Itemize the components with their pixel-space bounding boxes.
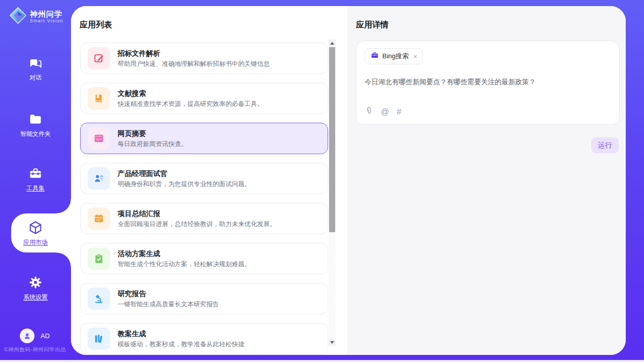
cube-icon: [0, 220, 71, 236]
toolbox-icon: [0, 165, 71, 182]
app-list-panel: 应用列表 招标文件解析 帮助用户快速、准确地理解和解析招标书中的关键信息 文献搜…: [71, 6, 347, 355]
run-button[interactable]: 运行: [591, 137, 619, 153]
app-icon-tile: [88, 328, 110, 350]
prompt-input[interactable]: Bing搜索 × 今日湖北有哪些新闻要点？有哪些需要关注的最新政策？ @ #: [356, 41, 620, 125]
app-name: 神州问学: [30, 10, 63, 18]
app-card-desc: 快速精准查找学术资源，提高研究效率的必备工具。: [118, 100, 264, 108]
tool-chip-label: Bing搜索: [382, 52, 409, 61]
app-details-title: 应用详情: [356, 20, 388, 30]
app-card-title: 活动方案生成: [118, 249, 251, 259]
app-icon-tile: [88, 47, 110, 69]
scroll-down-button[interactable]: [329, 339, 336, 346]
app-card[interactable]: </> 网页摘要 每日政府新闻资讯快查。: [80, 123, 328, 154]
app-logo: 神州问学 Smart Vision: [9, 7, 63, 26]
app-card-desc: 明确身份和职责，为您提供专业性的面试问题。: [118, 180, 251, 189]
paperclip-icon[interactable]: [365, 106, 373, 117]
svg-text:</>: </>: [96, 137, 102, 141]
app-subtitle: Smart Vision: [30, 18, 63, 23]
tool-chip-bing-search[interactable]: Bing搜索 ×: [365, 48, 423, 64]
bottom-edge-strip: [0, 360, 644, 362]
app-card-title: 产品经理面试官: [118, 169, 251, 178]
app-card[interactable]: 研究报告 一键智能生成高质量长文本研究报告: [80, 283, 328, 314]
logo-diamond-icon: [9, 7, 27, 26]
scroll-up-button[interactable]: [329, 40, 336, 47]
folder-icon: [0, 111, 71, 127]
sidebar: 神州问学 Smart Vision 对话 智能文件夹: [0, 0, 71, 360]
app-details-panel: 应用详情 Bing搜索 × 今日湖北有哪些新闻要点？有哪些需要关注的最新政策？: [347, 6, 626, 355]
app-card[interactable]: 招标文件解析 帮助用户快速、准确地理解和解析招标书中的关键信息: [80, 43, 328, 74]
app-list-title: 应用列表: [80, 20, 112, 30]
app-card[interactable]: 文献搜索 快速精准查找学术资源，提高研究效率的必备工具。: [80, 83, 328, 114]
app-card[interactable]: 项目总结汇报 全面回顾项目进展，总结经验教训，助力未来优化发展。: [80, 203, 328, 234]
sidebar-item-label: 对话: [0, 74, 71, 82]
prompt-text: 今日湖北有哪些新闻要点？有哪些需要关注的最新政策？: [365, 77, 611, 87]
app-card-desc: 智能生成个性化活动方案，轻松解决规划难题。: [118, 260, 251, 269]
attachment-toolbar: @ #: [365, 106, 401, 117]
app-icon-tile: [88, 247, 110, 270]
app-card-desc: 全面回顾项目进展，总结经验教训，助力未来优化发展。: [118, 220, 276, 229]
user-initials: AD: [41, 332, 50, 340]
sidebar-item-chat[interactable]: 对话: [0, 55, 71, 82]
sidebar-item-toolset[interactable]: 工具集: [0, 165, 71, 193]
user-account-button[interactable]: AD: [20, 329, 50, 343]
app-card-desc: 模板驱动，教案秒成，教学准备从此轻松快捷: [118, 340, 244, 349]
app-icon-tile: [88, 87, 110, 110]
app-list-scrollbar[interactable]: [329, 40, 336, 346]
app-icon-tile: [88, 207, 110, 230]
sidebar-item-label: 工具集: [0, 184, 71, 193]
sidebar-item-settings[interactable]: 系统设置: [0, 274, 71, 302]
mention-icon[interactable]: @: [381, 107, 389, 117]
sidebar-item-label: 智能文件夹: [0, 130, 71, 138]
hashtag-icon[interactable]: #: [397, 107, 401, 117]
app-card-list: 招标文件解析 帮助用户快速、准确地理解和解析招标书中的关键信息 文献搜索 快速精…: [80, 43, 328, 355]
app-icon-tile: [88, 287, 110, 310]
app-card-title: 研究报告: [118, 289, 219, 299]
app-icon-tile: </>: [88, 127, 110, 150]
app-icon-tile: [88, 167, 110, 190]
app-card[interactable]: 教案生成 模板驱动，教案秒成，教学准备从此轻松快捷: [80, 323, 328, 354]
sidebar-item-label: 系统设置: [0, 293, 71, 302]
app-card-desc: 一键智能生成高质量长文本研究报告: [118, 300, 219, 309]
app-card-title: 招标文件解析: [118, 49, 270, 58]
gear-icon: [0, 274, 71, 291]
close-icon[interactable]: ×: [413, 53, 417, 60]
sidebar-item-label: 应用市场: [0, 238, 71, 247]
briefcase-icon: [371, 51, 379, 61]
app-card-title: 教案生成: [118, 329, 244, 339]
sidebar-item-app-market[interactable]: 应用市场: [0, 220, 71, 247]
app-card-title: 项目总结汇报: [118, 209, 276, 219]
app-card-desc: 帮助用户快速、准确地理解和解析招标书中的关键信息: [118, 60, 270, 68]
main-content: 应用列表 招标文件解析 帮助用户快速、准确地理解和解析招标书中的关键信息 文献搜…: [71, 6, 626, 355]
app-card[interactable]: 产品经理面试官 明确身份和职责，为您提供专业性的面试问题。: [80, 163, 328, 194]
app-card[interactable]: 活动方案生成 智能生成个性化活动方案，轻松解决规划难题。: [80, 243, 328, 274]
avatar: [20, 329, 34, 343]
app-card-title: 文献搜索: [118, 89, 264, 98]
chat-icon: [0, 55, 71, 71]
app-card-desc: 每日政府新闻资讯快查。: [118, 140, 188, 149]
sidebar-item-smart-folder[interactable]: 智能文件夹: [0, 111, 71, 138]
app-card-title: 网页摘要: [118, 129, 188, 138]
scrollbar-thumb[interactable]: [329, 47, 335, 232]
copyright-footer: ©神州数码·神州问学出品: [4, 346, 70, 353]
